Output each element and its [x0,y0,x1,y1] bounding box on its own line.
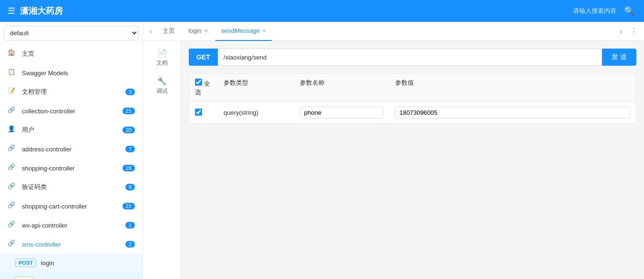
select-all-checkbox[interactable] [195,79,202,86]
sidebar-item-swagger[interactable]: 📋 Swagger Models [0,63,143,82]
method-post-tag: POST [15,259,36,267]
tab-login[interactable]: login × [183,22,213,41]
swagger-icon: 📋 [8,68,17,78]
tab-sendmessage[interactable]: sendMessage × [215,22,272,41]
menu-icon[interactable]: ☰ [8,6,15,16]
collection-icon: 🔗 [8,106,17,116]
table-row: query(string) [189,102,636,124]
header-left: ☰ 潇湘大药房 [8,5,63,17]
sidebar-sub-item-label: sendMessage [38,278,76,279]
docs-icon: 📄 [157,49,167,58]
verify-badge: 8 [125,184,135,190]
app-title: 潇湘大药房 [20,5,63,17]
test-icon: 🔧 [157,77,167,86]
verify-icon: 🔗 [8,182,17,192]
user-badge: 20 [123,127,135,133]
tab-bar: ‹ 主页 login × sendMessage × › ⋮ [143,22,644,41]
tab-home-label: 主页 [163,27,175,35]
sidebar-item-address[interactable]: 🔗 address-controller 7 [0,140,143,159]
sidebar-item-label: 主页 [22,50,135,58]
sidebar-item-verify[interactable]: 🔗 验证码类 8 [0,178,143,197]
sidebar-item-label: 用户 [22,126,123,134]
main-layout: default 🏠 主页 📋 Swagger Models 📝 文档管理 3 🔗 [0,22,644,279]
tab-login-label: login [188,27,201,34]
doc-mgmt-icon: 📝 [8,87,17,97]
sidebar-item-sms[interactable]: 🔗 sms-controller 2 [0,235,143,254]
shopping-badge: 28 [123,165,135,171]
sidebar-item-label: address-controller [22,146,125,153]
tab-login-close[interactable]: × [204,28,208,34]
sidebar-item-shopping[interactable]: 🔗 shopping-controller 28 [0,159,143,178]
header-type: 参数类型 [218,74,294,101]
api-content: 📄 文档 🔧 调试 GET 发 送 [143,41,644,279]
sidebar-item-label: Swagger Models [22,70,135,77]
send-button[interactable]: 发 送 [602,49,636,66]
sidebar-item-label: collection-controller [22,108,123,115]
sidebar-item-label: 验证码类 [22,183,125,191]
params-table: 全选 参数类型 参数名称 参数值 query(string) [189,73,636,124]
doc-mgmt-badge: 3 [125,89,135,95]
sidebar-item-shopping-cart[interactable]: 🔗 shopping-cart-controller 21 [0,197,143,216]
collection-badge: 21 [123,108,135,114]
sidebar-item-wx-api[interactable]: 🔗 wx-api-controller 1 [0,216,143,235]
header-select: 全选 [189,74,218,101]
sidebar-sub-item-label: login [41,259,54,267]
tab-right-controls: › ⋮ [617,25,640,38]
panel-tab-test-label: 调试 [156,87,168,95]
shopping-cart-badge: 21 [123,203,135,209]
row-checkbox[interactable] [195,109,202,116]
sidebar-item-label: wx-api-controller [22,222,125,229]
shopping-icon: 🔗 [8,163,17,173]
sidebar-item-label: shopping-cart-controller [22,203,123,210]
row-value-cell [389,102,636,123]
tab-expand-button[interactable]: ⋮ [627,25,640,38]
sidebar-item-collection[interactable]: 🔗 collection-controller 21 [0,101,143,120]
sidebar-sub-item-login[interactable]: POST login [0,254,143,272]
tab-sendmessage-close[interactable]: × [263,28,266,34]
sidebar: default 🏠 主页 📋 Swagger Models 📝 文档管理 3 🔗 [0,22,143,279]
get-bar: GET 发 送 [189,49,636,66]
sidebar-scroll: 🏠 主页 📋 Swagger Models 📝 文档管理 3 🔗 collect… [0,44,143,279]
sidebar-item-doc-mgmt[interactable]: 📝 文档管理 3 [0,82,143,101]
address-badge: 7 [125,146,135,152]
header-right: 请输入搜索内容 🔍 [573,4,636,18]
left-panel: 📄 文档 🔧 调试 [143,41,181,279]
method-get-label: GET [189,49,218,66]
content-area: ‹ 主页 login × sendMessage × › ⋮ 📄 [143,22,644,279]
panel-tab-docs[interactable]: 📄 文档 [151,45,174,71]
sidebar-item-home[interactable]: 🏠 主页 [0,44,143,63]
row-type: query(string) [218,104,294,121]
app-header: ☰ 潇湘大药房 请输入搜索内容 🔍 [0,0,644,22]
panel-tab-test[interactable]: 🔧 调试 [151,73,174,99]
right-panel: GET 发 送 全选 参数类型 参数名称 参数值 [181,41,644,279]
row-checkbox-cell [189,104,218,122]
url-input[interactable] [218,49,602,66]
sms-icon: 🔗 [8,239,17,249]
sidebar-sub-item-sendmessage[interactable]: GET sendMessage [0,272,143,279]
sms-badge: 2 [125,241,135,248]
sidebar-item-user[interactable]: 👤 用户 20 [0,120,143,140]
tab-sendmessage-label: sendMessage [221,27,260,34]
param-name-input[interactable] [300,107,384,119]
header-name: 参数名称 [294,74,389,101]
tab-home[interactable]: 主页 [157,22,181,41]
header-value: 参数值 [389,74,636,101]
tab-forward-button[interactable]: › [617,25,625,38]
method-get-tag: GET [15,277,33,279]
sidebar-item-label: 文档管理 [22,88,125,96]
sidebar-item-label: sms-controller [22,241,125,248]
environment-select[interactable]: default [4,26,139,40]
wx-api-badge: 1 [125,222,135,229]
search-placeholder-text: 请输入搜索内容 [573,7,616,15]
param-value-input[interactable] [395,107,630,119]
params-table-header: 全选 参数类型 参数名称 参数值 [189,74,636,102]
tab-back-button[interactable]: ‹ [147,25,155,38]
user-icon: 👤 [8,125,17,135]
panel-tab-docs-label: 文档 [156,59,168,67]
row-name-cell [294,102,389,123]
sidebar-item-label: shopping-controller [22,165,123,172]
shopping-cart-icon: 🔗 [8,201,17,211]
search-button[interactable]: 🔍 [622,4,636,18]
home-icon: 🏠 [8,49,17,59]
address-icon: 🔗 [8,144,17,154]
